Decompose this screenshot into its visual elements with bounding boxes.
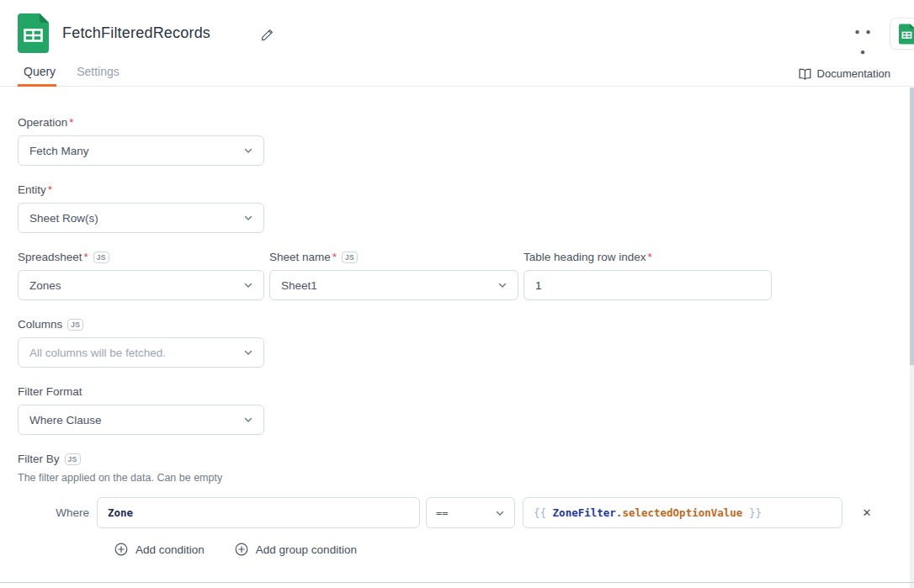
scrollbar-thumb[interactable] bbox=[910, 87, 914, 365]
filter-format-select[interactable]: Where Clause bbox=[18, 405, 264, 435]
circle-plus-icon bbox=[235, 543, 248, 556]
filter-by-label: Filter By JS bbox=[18, 452, 896, 466]
bottom-divider bbox=[0, 582, 914, 583]
documentation-link[interactable]: Documentation bbox=[799, 67, 890, 80]
chevron-down-icon bbox=[243, 213, 253, 223]
filter-by-helper-text: The filter applied on the data. Can be e… bbox=[18, 472, 896, 485]
field-columns: Columns JS All columns will be fetched. bbox=[18, 317, 896, 368]
add-group-condition-button[interactable]: Add group condition bbox=[235, 543, 357, 556]
field-filter-by: Filter By JS The filter applied on the d… bbox=[18, 452, 896, 556]
js-toggle-badge[interactable]: JS bbox=[67, 319, 83, 331]
js-toggle-badge[interactable]: JS bbox=[65, 453, 81, 465]
heading-row-index-input[interactable] bbox=[523, 270, 772, 300]
circle-plus-icon bbox=[114, 543, 128, 556]
required-asterisk: * bbox=[332, 250, 337, 264]
entity-select[interactable]: Sheet Row(s) bbox=[18, 203, 264, 233]
filter-format-label: Filter Format bbox=[18, 384, 896, 399]
condition-value-input[interactable]: {{ ZoneFilter.selectedOptionValue }} bbox=[523, 497, 842, 528]
chevron-down-icon bbox=[243, 280, 253, 290]
edit-title-button[interactable] bbox=[257, 24, 277, 45]
chevron-down-icon bbox=[497, 280, 507, 290]
sheet-config-row: Spreadsheet* JS Zones Sheet name* JS She… bbox=[18, 250, 896, 300]
where-label: Where bbox=[18, 506, 89, 519]
condition-actions-row: Add condition Add group condition bbox=[114, 543, 896, 556]
condition-operator-select[interactable]: == bbox=[426, 497, 515, 528]
operation-select[interactable]: Fetch Many bbox=[18, 135, 264, 166]
query-title: FetchFilteredRecords bbox=[62, 24, 210, 42]
active-tab-indicator bbox=[18, 84, 56, 87]
code-open-brace: {{ bbox=[534, 506, 553, 519]
where-condition-row: Where == {{ ZoneFilter.selectedOptionVal… bbox=[18, 497, 896, 528]
google-sheets-icon bbox=[18, 13, 49, 53]
required-asterisk: * bbox=[648, 250, 652, 264]
field-entity: Entity* Sheet Row(s) bbox=[18, 183, 896, 233]
field-spreadsheet: Spreadsheet* JS Zones bbox=[18, 250, 264, 300]
book-icon bbox=[799, 68, 811, 80]
documentation-label: Documentation bbox=[817, 67, 890, 80]
query-editor: FetchFilteredRecords ● ● ● bbox=[0, 0, 914, 588]
chevron-down-icon bbox=[495, 508, 505, 518]
sheet-name-label: Sheet name* JS bbox=[269, 250, 518, 264]
pencil-icon bbox=[260, 28, 274, 42]
field-sheet-name: Sheet name* JS Sheet1 bbox=[269, 250, 518, 300]
required-asterisk: * bbox=[84, 250, 88, 264]
condition-column-input[interactable] bbox=[97, 497, 420, 528]
chevron-down-icon bbox=[243, 146, 253, 156]
columns-label: Columns JS bbox=[18, 317, 896, 331]
sheet-name-select[interactable]: Sheet1 bbox=[269, 270, 518, 300]
datasource-button[interactable] bbox=[890, 18, 914, 50]
field-operation: Operation* Fetch Many bbox=[18, 115, 896, 166]
js-toggle-badge[interactable]: JS bbox=[342, 252, 358, 263]
columns-select[interactable]: All columns will be fetched. bbox=[18, 337, 264, 368]
required-asterisk: * bbox=[48, 183, 52, 197]
spreadsheet-select[interactable]: Zones bbox=[18, 270, 264, 300]
code-object: ZoneFilter bbox=[553, 506, 616, 519]
columns-placeholder: All columns will be fetched. bbox=[29, 347, 166, 359]
field-heading-row-index: Table heading row index* bbox=[523, 250, 772, 300]
query-form: Operation* Fetch Many Entity* Sheet Row(… bbox=[0, 87, 914, 556]
tab-settings[interactable]: Settings bbox=[77, 65, 120, 78]
js-toggle-badge[interactable]: JS bbox=[93, 252, 109, 263]
field-filter-format: Filter Format Where Clause bbox=[18, 384, 896, 435]
required-asterisk: * bbox=[69, 115, 73, 130]
add-condition-button[interactable]: Add condition bbox=[114, 543, 205, 556]
operation-label: Operation* bbox=[18, 115, 896, 130]
header: FetchFilteredRecords ● ● ● bbox=[0, 0, 914, 54]
google-sheets-small-icon bbox=[899, 24, 914, 45]
entity-label: Entity* bbox=[18, 183, 896, 197]
tab-query[interactable]: Query bbox=[24, 65, 56, 78]
remove-condition-button[interactable]: ✕ bbox=[858, 504, 876, 522]
code-close-brace: }} bbox=[742, 506, 762, 519]
tab-bar: Query Settings Documentation bbox=[0, 54, 914, 87]
code-property: selectedOptionValue bbox=[622, 506, 742, 519]
more-options-icon[interactable]: ● ● ● bbox=[852, 22, 875, 42]
chevron-down-icon bbox=[243, 415, 253, 425]
chevron-down-icon bbox=[243, 347, 253, 358]
spreadsheet-label: Spreadsheet* JS bbox=[18, 250, 264, 264]
code-dot: . bbox=[616, 506, 623, 519]
heading-row-index-label: Table heading row index* bbox=[523, 250, 772, 264]
